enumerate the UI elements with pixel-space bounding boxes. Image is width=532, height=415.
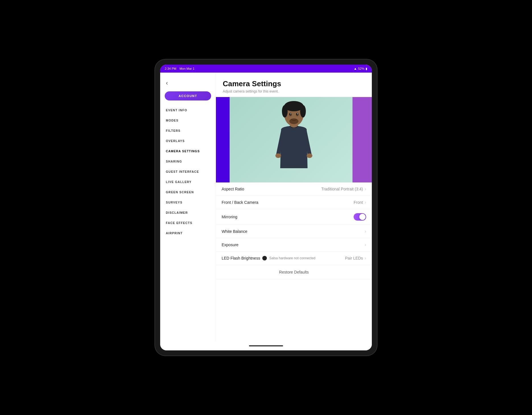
white-balance-chevron: › [365,229,366,234]
main-content: Camera Settings Adjust camera settings f… [216,73,372,341]
sidebar-item-face-effects[interactable]: FACE EFFECTS [160,218,216,228]
mirroring-toggle-container [354,213,366,221]
restore-defaults-button[interactable]: Restore Defaults [279,270,309,274]
battery-percent: 52% [358,67,364,70]
led-flash-value-container: Pair LEDs › [345,256,366,261]
white-balance-row[interactable]: White Balance › [216,225,372,238]
aspect-ratio-value: Traditional Portrait (3:4) [321,187,363,191]
status-bar: 2:34 PM Mon Mar 1 ▲ 52% ▮ [160,65,372,73]
exposure-label: Exposure [222,243,238,247]
front-back-camera-chevron: › [365,200,366,205]
wifi-icon: ▲ [354,67,357,71]
tablet-screen: 2:34 PM Mon Mar 1 ▲ 52% ▮ ‹ ACCOUNT EVEN… [160,65,372,350]
mirroring-row[interactable]: Mirroring [216,209,372,225]
led-flash-chevron: › [365,256,366,261]
svg-point-13 [307,153,312,158]
sidebar-item-live-gallery[interactable]: LIVE GALLERY [160,177,216,187]
svg-point-10 [297,114,298,114]
sidebar-item-filters[interactable]: FILTERS [160,126,216,136]
sidebar-item-surveys[interactable]: SURVEYS [160,197,216,208]
person-svg [265,100,322,182]
restore-defaults-row: Restore Defaults [216,265,372,280]
page-title: Camera Settings [223,79,365,88]
status-right: ▲ 52% ▮ [354,67,367,71]
aspect-ratio-chevron: › [365,186,366,192]
mirroring-toggle[interactable] [354,213,366,221]
sidebar-item-disclaimer[interactable]: DISCLAIMER [160,208,216,218]
sidebar-item-green-screen[interactable]: GREEN SCREEN [160,187,216,197]
sidebar-item-guest-interface[interactable]: GUEST INTERFACE [160,167,216,177]
tablet-frame: 2:34 PM Mon Mar 1 ▲ 52% ▮ ‹ ACCOUNT EVEN… [155,59,377,356]
svg-point-9 [290,114,291,114]
account-button[interactable]: ACCOUNT [165,91,211,100]
led-flash-label: LED Flash Brightness [222,256,260,260]
front-back-camera-row[interactable]: Front / Back Camera Front › [216,196,372,209]
page-header: Camera Settings Adjust camera settings f… [216,73,372,97]
sidebar-item-sharing[interactable]: SHARING [160,156,216,167]
sidebar-back-area: ‹ [160,77,216,91]
hardware-dot-icon [262,256,267,260]
aspect-ratio-label: Aspect Ratio [222,187,244,191]
person-figure [260,97,328,182]
svg-point-4 [300,105,306,118]
app-layout: ‹ ACCOUNT EVENT INFO MODES FILTERS OVERL… [160,73,372,341]
sidebar: ‹ ACCOUNT EVENT INFO MODES FILTERS OVERL… [160,73,216,341]
page-subtitle: Adjust camera settings for this event. [223,89,365,93]
status-date: Mon Mar 1 [180,67,195,70]
led-flash-row[interactable]: LED Flash Brightness Salsa hardware not … [216,252,372,265]
aspect-ratio-value-container: Traditional Portrait (3:4) › [321,186,366,192]
white-balance-label: White Balance [222,229,247,234]
svg-point-11 [289,118,298,124]
sidebar-item-camera-settings[interactable]: CAMERA SETTINGS [160,146,216,156]
front-back-camera-label: Front / Back Camera [222,200,258,205]
home-bar-line [249,345,283,346]
sidebar-item-event-info[interactable]: EVENT INFO [160,105,216,115]
front-back-camera-value-container: Front › [354,200,366,205]
svg-point-12 [275,153,281,158]
sidebar-item-overlays[interactable]: OVERLAYS [160,136,216,146]
status-time-date: 2:34 PM Mon Mar 1 [165,67,195,70]
led-flash-value: Pair LEDs [345,256,363,260]
battery-icon: ▮ [366,67,367,71]
bottom-spacer [216,280,372,297]
svg-point-3 [282,105,288,118]
mirroring-toggle-knob [359,214,366,220]
sidebar-item-modes[interactable]: MODES [160,115,216,126]
aspect-ratio-row[interactable]: Aspect Ratio Traditional Portrait (3:4) … [216,182,372,196]
front-back-camera-value: Front [354,200,363,205]
status-time: 2:34 PM [165,67,176,70]
camera-preview-bg [216,97,372,182]
exposure-row[interactable]: Exposure › [216,238,372,252]
sidebar-item-airprint[interactable]: AIRPRINT [160,228,216,238]
led-flash-left: LED Flash Brightness Salsa hardware not … [222,256,316,260]
home-bar [160,341,372,350]
back-button[interactable]: ‹ [166,79,168,87]
mirroring-label: Mirroring [222,215,237,219]
exposure-chevron: › [365,242,366,247]
purple-panel-left [216,97,230,182]
hardware-status-text: Salsa hardware not connected [269,256,315,260]
purple-panel-right [352,97,372,182]
camera-preview [216,97,372,182]
settings-list: Aspect Ratio Traditional Portrait (3:4) … [216,182,372,280]
